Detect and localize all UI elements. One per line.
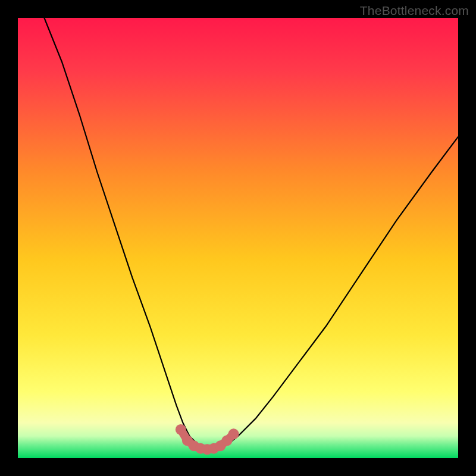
watermark-text: TheBottleneck.com [360,4,469,18]
chart-svg [18,18,458,458]
chart-frame: TheBottleneck.com [0,0,476,476]
flat-marker-dot [176,424,186,435]
flat-marker-dot [228,428,239,439]
plot-area [18,18,458,458]
gradient-background [18,18,458,458]
